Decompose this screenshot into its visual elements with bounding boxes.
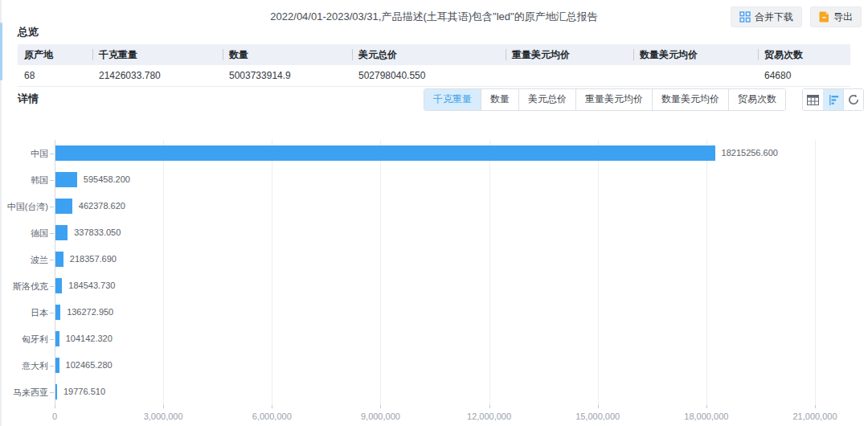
merge-download-label: 合并下载 [755, 10, 793, 24]
y-axis-tick [50, 180, 54, 181]
grid-squares-icon [739, 11, 751, 23]
x-gridline [706, 140, 707, 405]
category-label: 日本 [0, 307, 48, 319]
bar[interactable] [55, 331, 59, 346]
category-label: 中国(台湾) [0, 201, 48, 213]
cell-quantity-usd-avg [633, 65, 758, 86]
category-label: 意大利 [0, 360, 48, 372]
bar[interactable] [55, 225, 68, 240]
merge-download-button[interactable]: 合并下载 [731, 6, 802, 27]
bar-value-label: 102465.280 [66, 360, 113, 370]
category-label: 马来西亚 [0, 387, 48, 399]
category-label: 中国 [0, 148, 48, 160]
bar-value-label: 18215256.600 [722, 148, 778, 158]
x-gridline [489, 140, 490, 405]
cell-quantity: 5003733914.9 [223, 65, 352, 86]
tab-weight-usd-avg[interactable]: 重量美元均价 [575, 89, 652, 110]
x-axis-tick-label: 0 [52, 412, 57, 421]
bar[interactable] [55, 145, 715, 161]
tab-kg-weight[interactable]: 千克重量 [424, 89, 481, 110]
refresh-button[interactable] [843, 89, 863, 110]
y-axis-tick [50, 207, 54, 207]
tab-quantity-usd-avg[interactable]: 数量美元均价 [652, 89, 728, 110]
category-label: 韩国 [0, 174, 48, 186]
x-axis-tick [598, 405, 599, 408]
bar-chart-view-button[interactable] [823, 89, 843, 110]
x-axis-tick [706, 405, 707, 408]
col-header-usd-total: 美元总价 [352, 44, 506, 65]
export-label: 导出 [833, 10, 853, 24]
overview-data-row: 68 21426033.780 5003733914.9 502798040.5… [18, 65, 850, 86]
x-axis-tick-label: 18,000,000 [684, 412, 728, 421]
view-toggle-group [802, 88, 864, 111]
x-axis-tick-label: 3,000,000 [144, 412, 183, 421]
metric-tabs: 千克重量 数量 美元总价 重量美元均价 数量美元均价 贸易次数 [424, 88, 786, 111]
x-gridline [163, 140, 164, 405]
x-axis-tick [55, 405, 55, 408]
x-axis-tick-label: 21,000,000 [792, 412, 837, 421]
details-section-label: 详情 [18, 92, 39, 106]
category-label: 波兰 [0, 254, 48, 266]
category-label: 匈牙利 [0, 334, 48, 346]
col-header-origin: 原产地 [18, 44, 92, 65]
x-gridline [380, 140, 381, 405]
bar-value-label: 218357.690 [70, 254, 117, 264]
y-axis-tick [50, 260, 54, 260]
table-view-button[interactable] [803, 89, 823, 110]
overview-header-row: 原产地 千克重量 数量 美元总价 重量美元均价 数量美元均价 贸易次数 [18, 44, 850, 65]
cell-origin: 68 [18, 65, 92, 86]
col-header-quantity-usd-avg: 数量美元均价 [633, 44, 758, 65]
y-axis-tick [50, 392, 54, 393]
bar-value-label: 337833.050 [74, 227, 121, 237]
tab-quantity[interactable]: 数量 [481, 89, 518, 110]
bar[interactable] [55, 172, 77, 187]
col-header-kg-weight: 千克重量 [92, 44, 223, 65]
left-scrollbar-thumb[interactable] [0, 23, 2, 80]
y-axis-tick [50, 286, 54, 287]
bar-chart-view-icon [828, 95, 839, 105]
bar[interactable] [55, 252, 63, 267]
bar-value-label: 462378.620 [79, 201, 125, 211]
x-gridline [598, 140, 599, 405]
cell-trade-count: 64680 [758, 65, 850, 86]
bar-value-label: 184543.730 [68, 281, 115, 290]
x-gridline [272, 140, 272, 405]
y-axis-tick [50, 366, 54, 367]
bar[interactable] [55, 384, 57, 399]
bar-value-label: 19776.510 [63, 387, 105, 396]
bar[interactable] [55, 358, 59, 373]
orange-file-icon [819, 11, 829, 23]
x-axis-tick [272, 405, 272, 408]
tab-trade-count[interactable]: 贸易次数 [728, 89, 785, 110]
x-gridline [815, 140, 816, 405]
bar-value-label: 595458.200 [84, 174, 130, 184]
report-page: 2022/04/01-2023/03/31,产品描述(土耳其语)包含"led"的… [0, 0, 868, 426]
col-header-quantity: 数量 [223, 44, 352, 65]
x-axis-tick [163, 405, 164, 408]
x-axis-tick-label: 6,000,000 [252, 412, 292, 421]
col-header-weight-usd-avg: 重量美元均价 [506, 44, 633, 65]
x-axis-tick-label: 9,000,000 [361, 412, 400, 421]
bar[interactable] [55, 305, 60, 320]
bar[interactable] [55, 278, 62, 293]
x-axis-tick [380, 405, 381, 408]
cell-kg-weight: 21426033.780 [92, 65, 223, 86]
y-axis-tick [50, 313, 54, 313]
x-axis-tick-label: 12,000,000 [467, 412, 511, 421]
x-axis-tick [815, 405, 816, 408]
refresh-icon [848, 94, 859, 105]
header-actions: 合并下载 导出 [731, 6, 862, 27]
bar[interactable] [55, 199, 72, 214]
y-axis-tick [50, 339, 54, 340]
x-axis-tick-label: 15,000,000 [575, 412, 620, 421]
bar-value-label: 104142.320 [66, 334, 113, 343]
export-button[interactable]: 导出 [810, 6, 862, 27]
category-label: 斯洛伐克 [0, 281, 48, 293]
y-axis-tick [50, 154, 54, 154]
cell-usd-total: 502798040.550 [352, 65, 506, 86]
tab-usd-total[interactable]: 美元总价 [518, 89, 575, 110]
bar-value-label: 136272.950 [67, 307, 113, 317]
overview-section-label: 总览 [18, 25, 39, 39]
origin-bar-chart: 03,000,0006,000,0009,000,00012,000,00015… [0, 127, 868, 426]
table-view-icon [807, 95, 819, 105]
